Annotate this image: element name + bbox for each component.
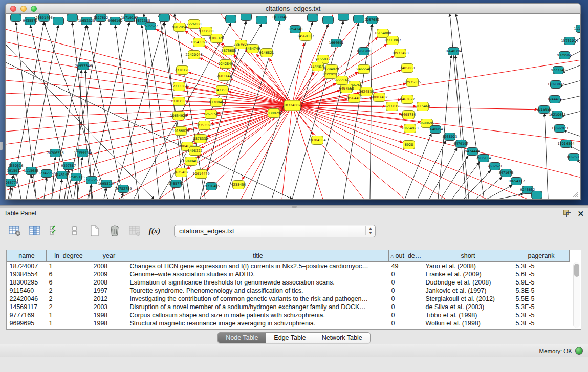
table-cell-pagerank[interactable]: 5.3E-5 (513, 303, 570, 311)
graph-node[interactable] (532, 191, 542, 199)
table-cell-name[interactable]: 9465546 (7, 327, 47, 330)
graph-node[interactable] (241, 14, 252, 21)
tab-network-table[interactable]: Network Table (314, 333, 370, 343)
table-cell-pagerank[interactable]: 5.6E-5 (513, 270, 570, 278)
table-cell-name[interactable]: 19384554 (7, 270, 47, 278)
float-panel-icon[interactable] (563, 210, 571, 217)
row-height-button[interactable] (67, 223, 82, 238)
table-cell-name[interactable]: 18724007 (7, 262, 47, 271)
table-cell-out_degree[interactable]: 0 (389, 311, 423, 319)
network-canvas[interactable]: 1872400718300295193845549912954222606893… (5, 14, 581, 200)
graph-node[interactable] (338, 14, 349, 21)
table-cell-name[interactable]: 9115460 (7, 287, 47, 295)
column-header-short[interactable]: short (423, 250, 513, 262)
table-cell-title[interactable]: Investigating the contribution of common… (127, 295, 389, 303)
table-cell-year[interactable]: 1998 (91, 311, 127, 319)
table-cell-title[interactable]: Estimation of significance thresholds fo… (127, 278, 389, 287)
table-cell-name[interactable]: 18300295 (7, 278, 47, 287)
table-cell-short[interactable]: Stergiakouli et al. (2012) (423, 295, 513, 303)
table-cell-out_degree[interactable]: 49 (389, 262, 423, 271)
table-cell-year[interactable]: 1997 (91, 287, 127, 295)
tab-node-table[interactable]: Node Table (218, 333, 266, 343)
resize-grip-icon[interactable] (571, 190, 579, 198)
table-cell-name[interactable]: 9699695 (7, 319, 47, 327)
table-cell-short[interactable]: Jankovic et al. (1997) (423, 287, 513, 295)
graph-node[interactable] (159, 14, 170, 22)
table-cell-year[interactable]: 2009 (91, 270, 127, 278)
graph-node[interactable] (226, 15, 236, 23)
table-cell-in_degree[interactable]: 1 (47, 319, 91, 327)
table-cell-year[interactable]: 2003 (91, 303, 127, 311)
graph-node[interactable] (11, 14, 21, 22)
table-cell-in_degree[interactable]: 1 (47, 311, 91, 319)
table-row[interactable]: 1938455462009Genome–wide association stu… (7, 270, 570, 278)
table-selector-dropdown[interactable]: citations_edges.txt ▲▼ (174, 225, 376, 237)
left-edge-handle[interactable] (0, 142, 3, 150)
table-cell-out_degree[interactable]: 0 (389, 270, 423, 278)
table-cell-short[interactable]: Yano et al. (2008) (423, 262, 513, 271)
table-cell-title[interactable]: Tourette syndrome. Phenomenology and cla… (127, 287, 389, 295)
graph-node[interactable] (53, 17, 64, 25)
table-row[interactable]: 969969511998Structural magnetic resonanc… (7, 319, 570, 327)
function-builder-button[interactable]: f(x) (147, 223, 162, 238)
selection-mode-button[interactable] (47, 223, 62, 238)
graph-node[interactable] (354, 15, 364, 23)
table-settings-button[interactable] (7, 223, 23, 238)
show-column-button[interactable] (27, 223, 42, 238)
table-cell-name[interactable]: 14569117 (7, 303, 47, 311)
memory-status-indicator[interactable] (575, 347, 583, 355)
table-cell-short[interactable]: Tibbo et al. (1998) (423, 311, 513, 319)
graph-node[interactable] (256, 16, 267, 24)
table-cell-title[interactable]: Estimation of the future numbers of pati… (127, 327, 389, 330)
table-cell-in_degree[interactable]: 2 (47, 303, 91, 311)
table-row[interactable]: 977716911998Corpus callosum shape and si… (7, 311, 570, 319)
table-cell-pagerank[interactable]: 5.3E-5 (513, 319, 570, 327)
table-cell-year[interactable]: 1998 (91, 319, 127, 327)
table-cell-in_degree[interactable]: 1 (47, 262, 91, 271)
table-cell-title[interactable]: Structural magnetic resonance image aver… (127, 319, 389, 327)
table-row[interactable]: 1830029562008Estimation of significance … (7, 278, 570, 287)
column-header-year[interactable]: year (91, 250, 127, 262)
table-cell-in_degree[interactable]: 2 (47, 295, 91, 303)
column-header-out_degree[interactable]: △out_de… (389, 250, 423, 262)
table-cell-out_degree[interactable]: 0 (389, 327, 423, 330)
table-row[interactable]: 946554611997Estimation of the future num… (7, 327, 570, 330)
table-cell-in_degree[interactable]: 1 (47, 327, 91, 330)
table-cell-short[interactable]: Wolkin et al. (1998) (423, 319, 513, 327)
close-panel-icon[interactable]: ✕ (577, 210, 584, 217)
table-cell-pagerank[interactable]: 5.3E-5 (513, 287, 570, 295)
import-table-button[interactable] (127, 223, 142, 238)
table-row[interactable]: 1872400712008Changes of HCN gene express… (7, 262, 570, 271)
table-cell-name[interactable]: 9777169 (7, 311, 47, 319)
column-header-in_degree[interactable]: in_degree (47, 250, 91, 262)
table-cell-out_degree[interactable]: 0 (389, 287, 423, 295)
table-row[interactable]: 1456911722003Disruption of a novel membe… (7, 303, 570, 311)
table-scrollbar-thumb[interactable] (574, 264, 579, 277)
table-cell-title[interactable]: Corpus callosum shape and size in male p… (127, 311, 389, 319)
table-row[interactable]: 911546021997Tourette syndrome. Phenomeno… (7, 287, 570, 295)
table-cell-name[interactable]: 22420046 (7, 295, 47, 303)
table-cell-year[interactable]: 2012 (91, 295, 127, 303)
table-cell-out_degree[interactable]: 0 (389, 278, 423, 287)
table-cell-year[interactable]: 1997 (91, 327, 127, 330)
table-cell-in_degree[interactable]: 6 (47, 270, 91, 278)
table-cell-short[interactable]: Franke et al. (2009) (423, 270, 513, 278)
table-cell-out_degree[interactable]: 0 (389, 303, 423, 311)
graph-node[interactable] (67, 14, 78, 22)
graph-node[interactable] (308, 14, 318, 22)
table-cell-short[interactable]: de Silva et al. (2003) (423, 303, 513, 311)
table-cell-pagerank[interactable]: 5.3E-5 (513, 327, 570, 330)
table-cell-short[interactable]: Nakamura et al. (1997) (423, 327, 513, 330)
column-header-pagerank[interactable]: pagerank (513, 250, 570, 262)
table-row[interactable]: 2242004622012Investigating the contribut… (7, 295, 570, 303)
table-cell-pagerank[interactable]: 5.5E-5 (513, 295, 570, 303)
delete-table-button[interactable] (107, 223, 122, 238)
column-header-title[interactable]: title (127, 250, 389, 262)
table-cell-pagerank[interactable]: 5.3E-5 (513, 311, 570, 319)
table-cell-year[interactable]: 2008 (91, 278, 127, 287)
table-cell-title[interactable]: Genome–wide association studies in ADHD. (127, 270, 389, 278)
table-cell-pagerank[interactable]: 5.3E-5 (513, 262, 570, 271)
graph-node[interactable] (323, 16, 334, 24)
table-cell-pagerank[interactable]: 5.9E-5 (513, 278, 570, 287)
column-header-name[interactable]: name (7, 250, 47, 262)
